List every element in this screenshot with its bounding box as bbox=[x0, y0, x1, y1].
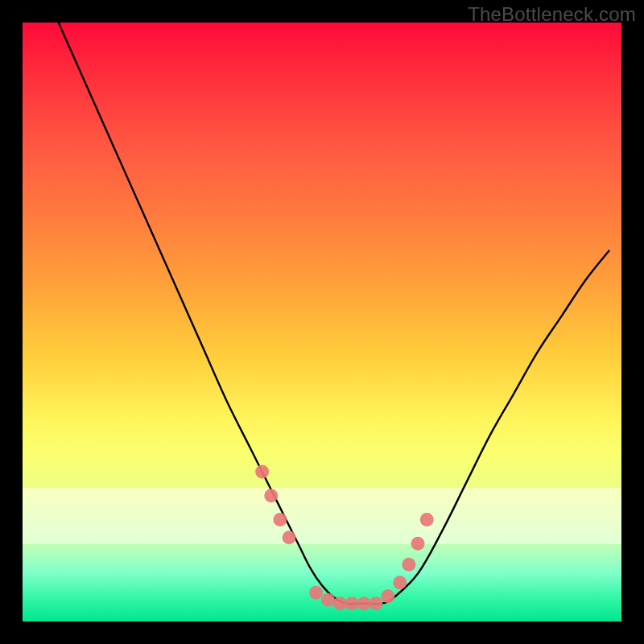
marker-dot bbox=[321, 593, 335, 607]
marker-dot bbox=[393, 576, 407, 589]
marker-dot bbox=[283, 530, 296, 544]
marker-dot bbox=[420, 513, 434, 526]
marker-dot bbox=[273, 513, 287, 526]
marker-group bbox=[255, 465, 434, 611]
marker-dot bbox=[402, 558, 415, 572]
marker-dot bbox=[345, 597, 359, 610]
marker-dot bbox=[381, 589, 394, 603]
marker-dot bbox=[309, 586, 323, 600]
watermark-text: TheBottleneck.com bbox=[468, 3, 636, 26]
marker-dot bbox=[333, 597, 347, 610]
chart-frame: TheBottleneck.com bbox=[0, 0, 644, 644]
bottleneck-curve bbox=[59, 23, 609, 604]
marker-dot bbox=[255, 465, 269, 479]
marker-dot bbox=[369, 597, 382, 610]
marker-dot bbox=[357, 597, 371, 610]
curve-layer bbox=[23, 23, 621, 621]
marker-dot bbox=[411, 537, 425, 551]
marker-dot bbox=[264, 489, 278, 502]
plot-area bbox=[23, 23, 621, 621]
